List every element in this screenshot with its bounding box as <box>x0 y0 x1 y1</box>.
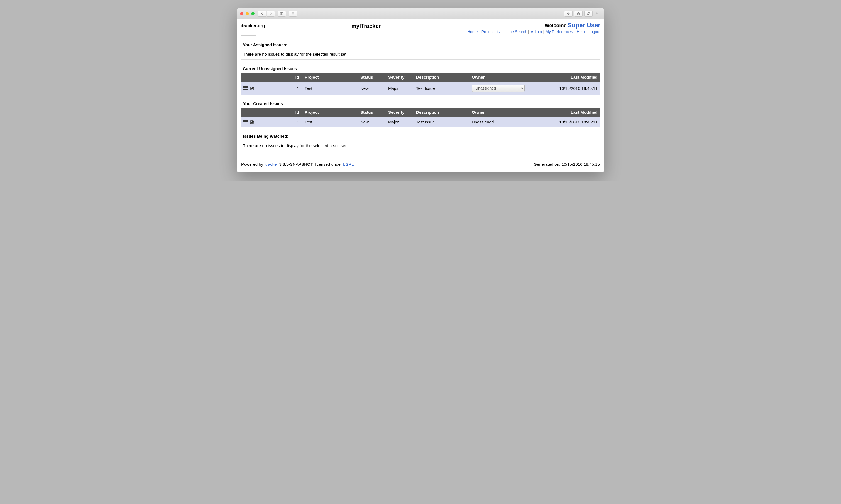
search-input[interactable] <box>241 30 256 36</box>
minimize-window-icon[interactable] <box>246 12 249 15</box>
footer-generated-time: 10/15/2016 18:45:15 <box>562 162 600 167</box>
nav-admin[interactable]: Admin <box>531 30 542 34</box>
tabs-icon <box>586 12 590 16</box>
svg-rect-12 <box>243 89 248 90</box>
cell-id: 1 <box>291 117 302 127</box>
header-right: Welcome Super User Home| Project List| I… <box>467 22 600 34</box>
page-footer: Powered by itracker 3.3.5-SNAPSHOT, lice… <box>241 162 600 167</box>
share-button[interactable] <box>574 11 583 17</box>
browser-window: + itracker.org myITracker Welcome Super … <box>237 8 604 172</box>
nav-logout[interactable]: Logout <box>588 30 600 34</box>
sidebar-icon <box>280 12 284 16</box>
edit-issue-button[interactable] <box>250 120 255 124</box>
assigned-issues-empty: There are no issues to display for the s… <box>241 49 600 59</box>
col-status[interactable]: Status <box>358 73 385 82</box>
cell-last-modified: 10/15/2016 18:45:11 <box>536 82 600 94</box>
nav-project-list[interactable]: Project List <box>481 30 501 34</box>
svg-rect-9 <box>588 12 589 14</box>
svg-rect-17 <box>243 123 248 124</box>
nav-home[interactable]: Home <box>467 30 478 34</box>
cell-last-modified: 10/15/2016 18:45:11 <box>536 117 600 127</box>
new-tab-button[interactable]: + <box>593 8 601 19</box>
cell-owner-text: Unassigned <box>469 117 536 127</box>
footer-right: Generated on: 10/15/2016 18:45:15 <box>534 162 600 167</box>
top-nav: Home| Project List| Issue Search| Admin|… <box>467 30 600 34</box>
svg-rect-13 <box>247 86 247 90</box>
cell-project: Test <box>302 117 358 127</box>
reader-icon <box>291 12 295 16</box>
cell-description: Test Issue <box>413 117 469 127</box>
reader-button[interactable] <box>289 11 297 17</box>
col-owner[interactable]: Owner <box>469 108 536 117</box>
titlebar: + <box>237 8 604 19</box>
created-issues-table: Id Project Status Severity Description O… <box>241 108 600 127</box>
svg-rect-8 <box>587 13 589 15</box>
view-issue-button[interactable] <box>243 86 248 90</box>
downloads-button[interactable] <box>564 11 572 17</box>
col-status[interactable]: Status <box>358 108 385 117</box>
cell-severity: Major <box>385 82 413 94</box>
unassigned-issues-header: Current Unassigned Issues: <box>241 64 600 73</box>
user-name: Super User <box>568 22 600 29</box>
cell-owner: Unassigned <box>469 82 536 94</box>
table-row: 1 Test New Major Test Issue Unassigned 1… <box>241 117 600 127</box>
nav-issue-search[interactable]: Issue Search <box>504 30 528 34</box>
cell-status: New <box>358 117 385 127</box>
footer-license-link[interactable]: LGPL <box>343 162 354 167</box>
watched-issues-empty: There are no issues to display for the s… <box>241 141 600 151</box>
cell-description: Test Issue <box>413 82 469 94</box>
page-header: itracker.org myITracker Welcome Super Us… <box>241 22 600 36</box>
col-project: Project <box>302 108 358 117</box>
list-icon <box>243 86 248 90</box>
footer-left: Powered by itracker 3.3.5-SNAPSHOT, lice… <box>241 162 354 167</box>
view-issue-button[interactable] <box>243 120 248 124</box>
svg-rect-0 <box>280 12 284 15</box>
row-actions <box>243 86 288 90</box>
col-description: Description <box>413 73 469 82</box>
col-last-modified[interactable]: Last Modified <box>536 73 600 82</box>
row-actions <box>243 120 288 124</box>
sidebar-toggle-button[interactable] <box>278 11 286 17</box>
col-severity[interactable]: Severity <box>385 108 413 117</box>
col-actions <box>241 108 291 117</box>
footer-powered-by: Powered by <box>241 162 264 167</box>
back-button[interactable] <box>258 11 266 17</box>
col-owner[interactable]: Owner <box>469 73 536 82</box>
list-icon <box>243 120 248 124</box>
col-actions <box>241 73 291 82</box>
svg-rect-15 <box>243 120 248 121</box>
watched-issues-header: Issues Being Watched: <box>241 131 600 141</box>
col-id[interactable]: Id <box>291 73 302 82</box>
app-title: myITracker <box>265 23 467 29</box>
col-last-modified[interactable]: Last Modified <box>536 108 600 117</box>
welcome-line: Welcome Super User <box>467 22 600 29</box>
welcome-label: Welcome <box>545 23 567 29</box>
toolbar-right <box>564 11 593 17</box>
forward-button[interactable] <box>267 11 275 17</box>
owner-select[interactable]: Unassigned <box>472 85 525 92</box>
created-issues-header: Your Created Issues: <box>241 99 600 108</box>
svg-rect-10 <box>243 86 248 87</box>
table-header-row: Id Project Status Severity Description O… <box>241 73 600 82</box>
cell-project: Test <box>302 82 358 94</box>
col-severity[interactable]: Severity <box>385 73 413 82</box>
edit-icon <box>250 86 255 90</box>
page-content: itracker.org myITracker Welcome Super Us… <box>237 19 604 172</box>
edit-issue-button[interactable] <box>250 86 255 90</box>
zoom-window-icon[interactable] <box>251 12 255 15</box>
svg-rect-18 <box>247 120 247 124</box>
nav-my-preferences[interactable]: My Preferences <box>546 30 573 34</box>
footer-generated-label: Generated on: <box>534 162 562 167</box>
close-window-icon[interactable] <box>240 12 243 15</box>
download-icon <box>566 12 570 16</box>
nav-help[interactable]: Help <box>577 30 585 34</box>
footer-itracker-link[interactable]: itracker <box>264 162 278 167</box>
cell-severity: Major <box>385 117 413 127</box>
tabs-button[interactable] <box>584 11 593 17</box>
table-row: 1 Test New Major Test Issue Unassigned 1… <box>241 82 600 94</box>
site-title: itracker.org <box>241 23 265 29</box>
col-id[interactable]: Id <box>291 108 302 117</box>
traffic-lights <box>240 12 255 15</box>
cell-id: 1 <box>291 82 302 94</box>
site-block: itracker.org <box>241 22 265 36</box>
